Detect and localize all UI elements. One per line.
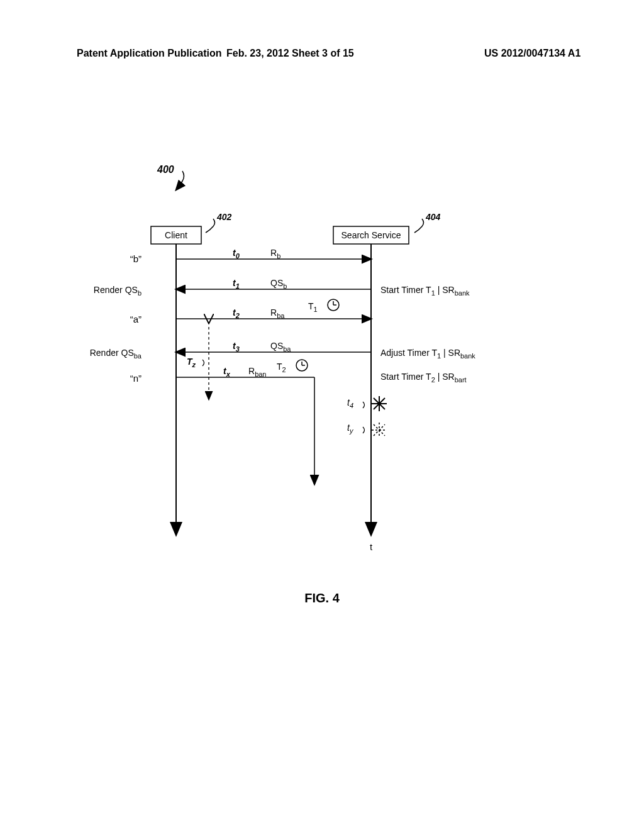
event-t4: t4 xyxy=(347,377,387,411)
msg-t3-label: QSba xyxy=(270,341,291,353)
client-label-b: “b” xyxy=(130,253,142,264)
msg-tx-label: Rban xyxy=(248,366,266,378)
svg-text:402: 402 xyxy=(216,212,232,222)
t2-clock-label: T2 xyxy=(277,362,286,374)
server-start-t2: Start Timer T2 | SRbart xyxy=(380,372,467,384)
msg-t1-label: QSb xyxy=(270,278,287,290)
figure-label: FIG. 4 xyxy=(0,591,644,606)
page: Patent Application Publication Feb. 23, … xyxy=(0,0,644,830)
msg-t1-time: t1 xyxy=(233,278,240,290)
svg-text:ty: ty xyxy=(347,423,354,434)
event-ty: ty xyxy=(347,411,387,438)
client-label-a: “a” xyxy=(130,314,142,324)
msg-t2-time: t2 xyxy=(233,307,240,319)
msg-t0-label: Rb xyxy=(270,248,280,260)
sequence-diagram: 400 Client 402 Search Service 404 t “b xyxy=(0,0,644,830)
svg-text:Client: Client xyxy=(165,230,187,240)
clock-icon-t2 xyxy=(296,360,308,371)
ref-402: 402 xyxy=(206,212,232,233)
ref-400: 400 xyxy=(157,164,184,190)
t-axis-label: t xyxy=(370,541,373,552)
client-label-render-qsba: Render QSba xyxy=(90,348,142,360)
t1-clock-label: T1 xyxy=(308,301,318,313)
clock-icon-t1 xyxy=(328,299,339,311)
svg-text:404: 404 xyxy=(425,212,441,222)
msg-t2-label: Rba xyxy=(270,307,285,319)
ref-404: 404 xyxy=(414,212,441,233)
svg-text:Search Service: Search Service xyxy=(341,230,401,240)
client-label-render-qsb: Render QSb xyxy=(94,285,142,297)
msg-t0-time: t0 xyxy=(233,248,240,260)
tz-span: Tz xyxy=(187,322,209,399)
svg-text:400: 400 xyxy=(157,164,174,175)
server-start-t1: Start Timer T1 | SRbank xyxy=(380,285,470,297)
client-label-n: “n” xyxy=(130,373,142,384)
msg-t3-time: t3 xyxy=(233,341,240,353)
server-adjust-t1: Adjust Timer T1 | SRbank xyxy=(380,348,475,360)
service-box: Search Service xyxy=(333,226,409,244)
svg-text:t4: t4 xyxy=(347,397,353,409)
burst-icon xyxy=(372,423,387,438)
client-box: Client xyxy=(151,226,201,244)
msg-tx-time: tx xyxy=(223,366,231,378)
svg-text:Tz: Tz xyxy=(187,357,196,368)
star-icon xyxy=(372,396,387,411)
